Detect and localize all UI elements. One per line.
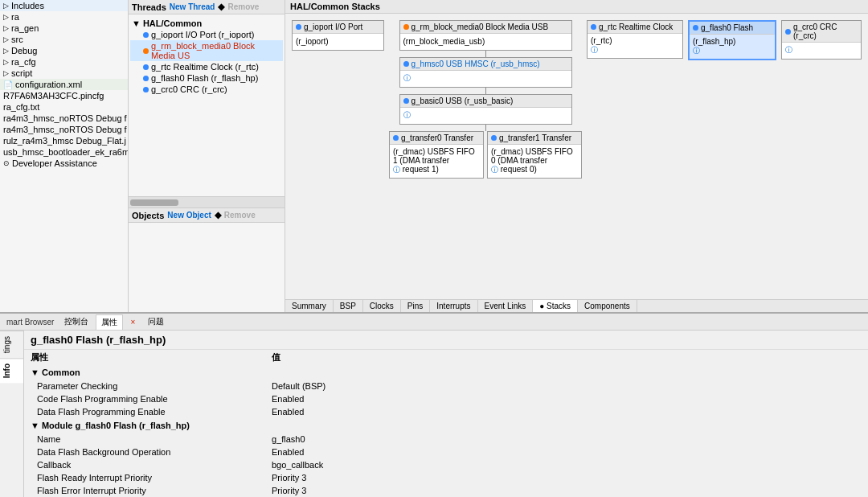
sidebar-item-label: Developer Assistance — [12, 158, 97, 168]
tab-properties[interactable]: 属性 — [96, 314, 123, 330]
table-row: ▼ Common — [24, 365, 868, 380]
thread-label: g_ioport I/O Port (r_ioport) — [151, 30, 254, 39]
stack-card-block-media[interactable]: g_rm_block_media0 Block Media USB (rm_bl… — [399, 20, 572, 51]
stack-card-flash[interactable]: g_flash0 Flash (r_flash_hp) ⓘ — [688, 20, 776, 60]
sidebar-item-src[interactable]: ▷ src — [0, 34, 128, 45]
stack-card-header: g_transfer0 Transfer — [390, 132, 483, 145]
sidebar-item-script[interactable]: ▷ script — [0, 68, 128, 79]
new-thread-btn[interactable]: New Thread — [170, 2, 215, 11]
table-row: Callback bgo_callback — [24, 458, 868, 471]
thread-label: g_rm_block_media0 Block Media US — [151, 41, 281, 60]
tab-console[interactable]: 控制台 — [59, 314, 94, 330]
sidebar-item-pincfg[interactable]: R7FA6M3AH3CFC.pincfg — [0, 90, 128, 101]
remove-thread-btn[interactable]: Remove — [227, 2, 259, 11]
threads-scrollbar[interactable] — [129, 196, 285, 207]
xml-file-icon: 📄 — [3, 80, 13, 89]
sidebar-item-dev[interactable]: ⊙ Developer Assistance — [0, 158, 128, 169]
info-icon[interactable]: ⓘ — [403, 74, 411, 82]
info-icon[interactable]: ⓘ — [403, 111, 411, 119]
remove-object-btn[interactable]: Remove — [224, 211, 256, 220]
new-object-btn[interactable]: New Object — [167, 211, 211, 220]
group-arrow-icon: ▼ — [132, 18, 141, 28]
sidebar-item-configxml[interactable]: 📄 configuration.xml — [0, 79, 128, 90]
stack-card-header: g_ioport I/O Port — [293, 21, 383, 34]
prop-name: Data Flash Background Operation — [24, 446, 265, 458]
connector-line — [485, 51, 486, 57]
stack-card-header: g_flash0 Flash — [690, 22, 775, 35]
info-icon[interactable]: ⓘ — [693, 47, 700, 55]
sidebar-item-includes[interactable]: ▷ Includes — [0, 0, 128, 11]
folder-arrow-icon: ▷ — [3, 47, 9, 55]
table-row: Code Flash Programming Enable Enabled — [24, 392, 868, 405]
tab-issues[interactable]: 问题 — [142, 314, 170, 330]
sidebar-item-ragen[interactable]: ▷ ra_gen — [0, 23, 128, 34]
info-icon[interactable]: ⓘ — [785, 46, 792, 54]
sidebar-item-ra[interactable]: ▷ ra — [0, 11, 128, 23]
thread-ioport[interactable]: g_ioport I/O Port (r_ioport) — [130, 29, 283, 40]
info-icon[interactable]: ⓘ — [591, 46, 598, 54]
thread-flash[interactable]: g_flash0 Flash (r_flash_hp) — [130, 72, 283, 84]
group-value — [265, 418, 868, 433]
card-dot-icon — [693, 25, 698, 31]
stack-row-1: g_ioport I/O Port (r_ioport) g_rm_block_… — [292, 20, 862, 179]
tab-summary[interactable]: Summary — [285, 300, 334, 312]
sidebar: ▷ Includes ▷ ra ▷ ra_gen ▷ src ▷ Debug ▷… — [0, 0, 129, 312]
stack-card-hmsc[interactable]: g_hmsc0 USB HMSC (r_usb_hmsc) ⓘ — [399, 57, 572, 88]
stack-card-transfer0[interactable]: g_transfer0 Transfer (r_dmac) USBFS FIFO… — [389, 131, 484, 179]
properties-area: g_flash0 Flash (r_flash_hp) 属性 值 ▼ Commo… — [24, 331, 868, 497]
left-tab-settings[interactable]: tings — [0, 331, 23, 358]
thread-rtc[interactable]: g_rtc Realtime Clock (r_rtc) — [130, 61, 283, 72]
sidebar-item-debug1[interactable]: ra4m3_hmsc_noRTOS Debug f — [0, 113, 128, 124]
sidebar-item-debug2[interactable]: ra4m3_hmsc_noRTOS Debug f — [0, 124, 128, 135]
sidebar-item-debug[interactable]: ▷ Debug — [0, 45, 128, 56]
card-dot-icon — [296, 24, 301, 30]
tab-eventlinks[interactable]: Event Links — [478, 300, 534, 312]
prop-name: Flash Error Interrupt Priority — [24, 484, 265, 497]
tab-components[interactable]: Components — [578, 300, 637, 312]
stack-card-crc[interactable]: g_crc0 CRC (r_crc) ⓘ — [781, 20, 862, 60]
card-dot-icon — [491, 135, 497, 141]
sidebar-item-label: ra — [11, 12, 19, 22]
stacks-header: HAL/Common Stacks — [285, 0, 868, 14]
stack-card-ioport[interactable]: g_ioport I/O Port (r_ioport) — [292, 20, 384, 51]
sidebar-item-racfgtxt[interactable]: ra_cfg.txt — [0, 101, 128, 113]
tab-bsp[interactable]: BSP — [334, 300, 363, 312]
tab-pins[interactable]: Pins — [401, 300, 430, 312]
info-icon[interactable]: ⓘ — [393, 166, 400, 174]
sidebar-item-usb[interactable]: usb_hmsc_bootloader_ek_ra6m — [0, 146, 128, 158]
thread-block-media[interactable]: g_rm_block_media0 Block Media US — [130, 40, 283, 61]
scrollbar-thumb — [130, 199, 178, 206]
sidebar-item-label: ra_cfg.txt — [3, 102, 39, 112]
prop-value: Enabled — [265, 446, 868, 458]
table-row: Data Flash Programming Enable Enabled — [24, 405, 868, 418]
hal-common-header[interactable]: ▼ HAL/Common — [130, 18, 283, 29]
thread-crc[interactable]: g_crc0 CRC (r_crc) — [130, 84, 283, 95]
left-tab-info[interactable]: Info — [0, 358, 23, 383]
hmsc-wrapper: g_hmsc0 USB HMSC (r_usb_hmsc) ⓘ — [399, 57, 572, 88]
objects-title: Objects — [132, 211, 164, 220]
tab-interrupts[interactable]: Interrupts — [430, 300, 477, 312]
hal-common-group: ▼ HAL/Common g_ioport I/O Port (r_ioport… — [130, 18, 283, 95]
stacks-area: HAL/Common Stacks g_ioport I/O Port (r_i… — [285, 0, 868, 312]
stack-card-header: g_transfer1 Transfer — [488, 132, 581, 145]
arrow-down-icon: ▼ — [31, 421, 42, 430]
stack-card-usb-basic[interactable]: g_basic0 USB (r_usb_basic) ⓘ — [399, 94, 572, 125]
tab-close[interactable]: × — [125, 315, 141, 329]
connector-line — [485, 88, 486, 94]
stack-card-rtc[interactable]: g_rtc Realtime Clock (r_rtc) ⓘ — [587, 20, 683, 59]
tab-stacks[interactable]: ● Stacks — [533, 300, 578, 312]
card-title: g_rm_block_media0 Block Media USB — [411, 23, 549, 31]
properties-table: 属性 值 ▼ Common Parameter Checking Default — [24, 350, 868, 497]
sidebar-item-label: usb_hmsc_bootloader_ek_ra6m — [3, 147, 129, 157]
header-separator: ◆ — [218, 2, 224, 12]
left-tabs: tings Info — [0, 331, 24, 497]
sidebar-item-racfg[interactable]: ▷ ra_cfg — [0, 56, 128, 68]
tab-clocks[interactable]: Clocks — [363, 300, 401, 312]
arrow-down-icon: ▼ — [31, 368, 42, 377]
sidebar-item-rulz[interactable]: rulz_ra4m3_hmsc Debug_Flat.j — [0, 135, 128, 146]
info-icon[interactable]: ⓘ — [491, 166, 498, 174]
threads-panel-header: Threads New Thread ◆ Remove — [129, 0, 285, 14]
stack-card-transfer1[interactable]: g_transfer1 Transfer (r_dmac) USBFS FIFO… — [487, 131, 582, 179]
bottom-content: tings Info g_flash0 Flash (r_flash_hp) 属… — [0, 331, 868, 497]
group-value — [265, 365, 868, 380]
